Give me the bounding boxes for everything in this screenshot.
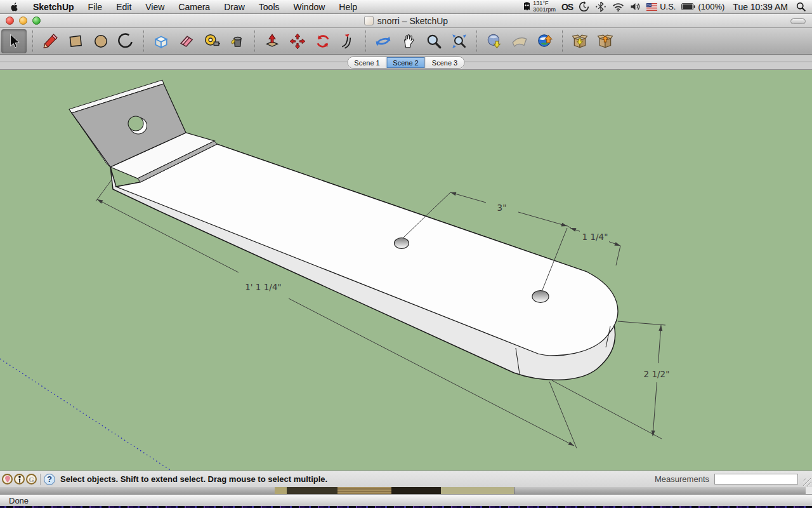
volume-menu-extra[interactable] <box>630 2 641 11</box>
toolbar-separator <box>254 30 255 52</box>
minimize-button[interactable] <box>19 17 27 25</box>
close-button[interactable] <box>6 17 14 25</box>
pan-tool-button[interactable] <box>396 29 421 53</box>
orbit-tool-button[interactable] <box>370 29 396 53</box>
circle-icon <box>93 33 109 50</box>
menu-edit[interactable]: Edit <box>109 0 138 13</box>
time-machine-menu-extra[interactable] <box>579 1 589 12</box>
globe-upload-icon <box>537 33 553 50</box>
desktop: SketchUp File Edit View Camera Draw Tool… <box>0 0 812 508</box>
google-status-icon[interactable]: G <box>26 474 37 485</box>
push-pull-tool-button[interactable] <box>259 29 285 53</box>
follow-me-tool-button[interactable] <box>336 29 361 53</box>
move-icon <box>289 33 306 50</box>
window-title-bar[interactable]: snorri – SketchUp <box>0 14 812 28</box>
make-component-tool-button[interactable] <box>148 29 174 53</box>
pencil-icon <box>42 33 58 50</box>
lastfm-menu-extra[interactable]: OS <box>561 2 573 12</box>
toolbar-separator <box>365 30 366 52</box>
apple-icon <box>9 2 18 12</box>
spotlight-menu-extra[interactable] <box>796 2 806 11</box>
menu-bar: SketchUp File Edit View Camera Draw Tool… <box>0 0 812 14</box>
toggle-terrain-tool-button[interactable] <box>507 29 532 53</box>
window-resize-grip[interactable] <box>803 478 811 486</box>
fan-control-menu-extra[interactable]: 131°F 3001rpm <box>523 1 556 13</box>
dim-hole-spacing: 3" <box>497 203 507 213</box>
arc-icon <box>118 33 134 50</box>
orbit-icon <box>375 33 391 50</box>
blue-axis-line <box>0 359 170 470</box>
toolbar-separator <box>32 30 33 52</box>
menu-help[interactable]: Help <box>332 0 364 13</box>
zoom-tool-button[interactable] <box>421 29 447 53</box>
get-models-tool-button[interactable] <box>567 29 593 53</box>
fan-rpm: 3001rpm <box>533 7 556 13</box>
menu-window[interactable]: Window <box>287 0 332 13</box>
toolbar <box>0 28 812 55</box>
modeling-canvas[interactable]: 3" 1 1/4" 1' 1 1/4" 2 1/2" <box>0 70 812 471</box>
spotlight-icon <box>796 2 806 11</box>
geolocation-status-icon[interactable] <box>2 474 13 485</box>
line-tool-button[interactable] <box>37 29 63 53</box>
status-bar: G ? Select objects. Shift to extend sele… <box>0 471 812 487</box>
menu-tools[interactable]: Tools <box>252 0 287 13</box>
fan-control-icon <box>523 2 531 11</box>
rectangle-tool-button[interactable] <box>63 29 88 53</box>
rectangle-icon <box>67 33 84 50</box>
battery-menu-extra[interactable]: (100%) <box>681 2 724 11</box>
menu-camera[interactable]: Camera <box>171 0 217 13</box>
window-title: snorri – SketchUp <box>377 16 448 26</box>
component-cube-icon <box>153 33 169 50</box>
share-model-tool-button[interactable] <box>593 29 618 53</box>
box-download-icon <box>572 33 588 50</box>
tab-scene-1[interactable]: Scene 1 <box>348 57 387 68</box>
eraser-tool-button[interactable] <box>174 29 199 53</box>
status-hint-text: Select objects. Shift to extend select. … <box>60 474 327 484</box>
pan-hand-icon <box>400 33 417 50</box>
menu-view[interactable]: View <box>138 0 171 13</box>
bluetooth-menu-extra[interactable] <box>595 1 606 12</box>
model-viewport: 3" 1 1/4" 1' 1 1/4" 2 1/2" <box>0 70 812 471</box>
model-top-face <box>116 144 618 356</box>
tab-scene-3[interactable]: Scene 3 <box>426 57 464 68</box>
wifi-menu-extra[interactable] <box>612 2 624 11</box>
background-window-strip <box>0 487 812 494</box>
toolbar-toggle-pill[interactable] <box>790 18 806 24</box>
dim-length: 1' 1 1/4" <box>245 282 281 292</box>
move-tool-button[interactable] <box>285 29 310 53</box>
menu-sketchup[interactable]: SketchUp <box>26 0 81 13</box>
rotate-tool-button[interactable] <box>310 29 336 53</box>
select-tool-button[interactable] <box>1 29 27 53</box>
browser-status-text: Done <box>9 496 29 505</box>
browser-status-bar: Done <box>0 494 812 506</box>
zoom-button[interactable] <box>32 17 41 25</box>
place-model-tool-button[interactable] <box>532 29 558 53</box>
circle-tool-button[interactable] <box>88 29 114 53</box>
document-icon <box>364 16 374 25</box>
tape-measure-tool-button[interactable] <box>199 29 225 53</box>
push-pull-icon <box>264 33 280 50</box>
scene-tab-strip: Scene 1 Scene 2 Scene 3 <box>0 55 812 70</box>
person-status-icon[interactable] <box>14 474 25 485</box>
get-current-view-tool-button[interactable] <box>481 29 507 53</box>
measurements-label: Measurements <box>655 474 709 484</box>
tab-scene-2[interactable]: Scene 2 <box>387 57 426 68</box>
tape-measure-icon <box>204 33 220 50</box>
menu-file[interactable]: File <box>81 0 110 13</box>
zoom-extents-tool-button[interactable] <box>447 29 472 53</box>
menu-clock[interactable]: Tue 10:39 AM <box>730 2 790 12</box>
us-flag-icon <box>646 3 657 11</box>
arc-tool-button[interactable] <box>114 29 139 53</box>
time-machine-icon <box>579 1 589 12</box>
input-source-menu-extra[interactable]: U.S. <box>646 2 676 11</box>
bluetooth-icon <box>595 1 606 12</box>
battery-percent: (100%) <box>698 2 724 11</box>
paint-bucket-tool-button[interactable] <box>225 29 250 53</box>
plate-hole <box>128 116 143 131</box>
measurements-input[interactable] <box>714 474 798 485</box>
apple-menu[interactable] <box>0 0 26 13</box>
menu-draw[interactable]: Draw <box>217 0 252 13</box>
help-icon[interactable]: ? <box>44 474 55 485</box>
dim-hole-to-end: 1 1/4" <box>582 232 608 242</box>
box-upload-icon <box>597 33 613 50</box>
